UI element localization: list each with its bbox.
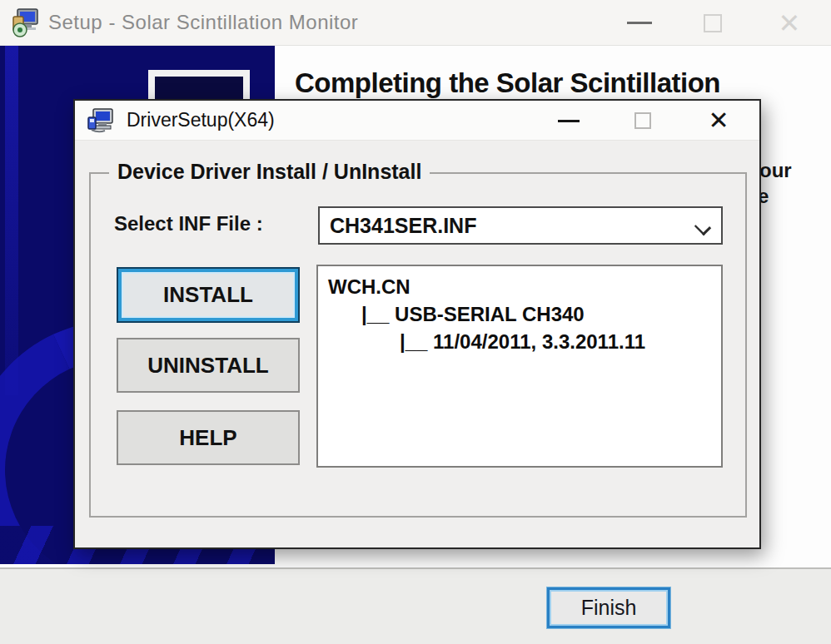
tree-node-device: |__ USB-SERIAL CH340	[328, 300, 721, 328]
minimize-icon	[627, 22, 652, 24]
dialog-minimize-button[interactable]	[545, 101, 592, 141]
clipped-text-fragment: our	[759, 159, 792, 182]
maximize-icon	[634, 112, 651, 129]
main-close-button[interactable]: ✕	[764, 0, 814, 46]
wizard-heading: Completing the Solar Scintillation	[295, 67, 720, 99]
uninstall-button[interactable]: UNINSTALL	[117, 338, 300, 393]
tree-node-vendor: WCH.CN	[328, 273, 721, 300]
maximize-icon	[704, 14, 722, 32]
wizard-footer: Finish	[0, 569, 831, 644]
dialog-close-button[interactable]: ✕	[695, 101, 742, 141]
finish-button[interactable]: Finish	[547, 587, 670, 628]
select-inf-file-label: Select INF File :	[114, 212, 263, 235]
main-maximize-button[interactable]	[688, 0, 738, 46]
device-driver-group-box: Device Driver Install / UnInstall Select…	[89, 172, 747, 518]
dialog-title: DriverSetup(X64)	[127, 109, 275, 131]
dialog-maximize-button[interactable]	[620, 101, 666, 141]
main-window-titlebar: Setup - Solar Scintillation Monitor ✕	[0, 0, 831, 46]
inf-file-selected-value: CH341SER.INF	[320, 214, 476, 238]
help-button[interactable]: HELP	[117, 410, 300, 465]
minimize-icon	[558, 120, 580, 122]
inf-file-combobox[interactable]: CH341SER.INF	[318, 206, 723, 245]
close-icon: ✕	[708, 108, 729, 133]
driver-setup-icon	[87, 107, 115, 134]
driver-setup-dialog: DriverSetup(X64) ✕ Device Driver Install…	[73, 99, 761, 549]
main-minimize-button[interactable]	[615, 0, 664, 46]
main-window-title: Setup - Solar Scintillation Monitor	[48, 11, 358, 34]
close-icon: ✕	[779, 10, 801, 37]
driver-info-tree[interactable]: WCH.CN |__ USB-SERIAL CH340 |__ 11/04/20…	[316, 265, 723, 468]
chevron-down-icon	[694, 219, 711, 235]
install-button[interactable]: INSTALL	[117, 267, 300, 323]
group-box-legend: Device Driver Install / UnInstall	[109, 160, 430, 184]
setup-app-icon	[10, 7, 42, 38]
dialog-titlebar[interactable]: DriverSetup(X64) ✕	[75, 101, 759, 141]
tree-node-version: |__ 11/04/2011, 3.3.2011.11	[328, 328, 721, 355]
wizard-art-band	[5, 46, 18, 395]
